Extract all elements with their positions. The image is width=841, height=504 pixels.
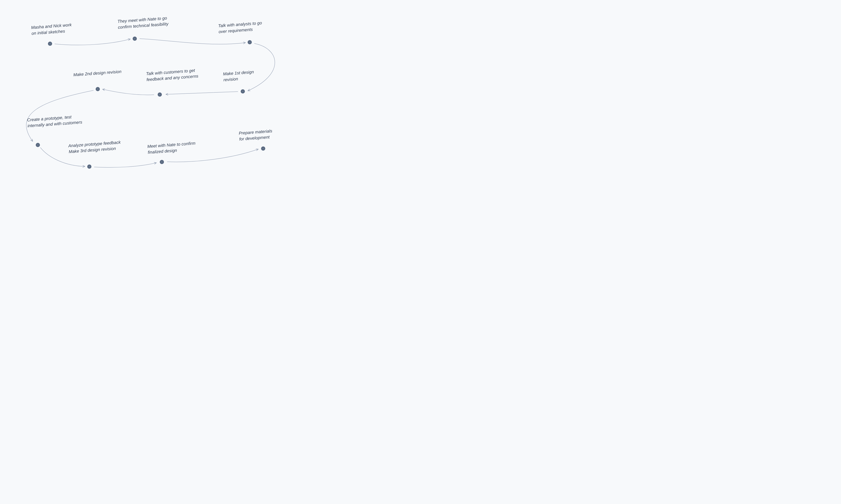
step-label-6: Make 2nd design revision: [73, 69, 122, 78]
step-node-5: [158, 92, 162, 97]
step-node-8: [87, 164, 91, 169]
step-node-9: [160, 160, 164, 164]
step-label-9: Meet with Nate to confirm finalized desi…: [147, 140, 196, 155]
step-node-2: [133, 37, 137, 41]
step-label-5: Talk with customers to get feedback and …: [146, 67, 198, 83]
step-node-3: [248, 40, 252, 44]
step-label-3: Talk with analysts to go over requiremen…: [218, 20, 263, 34]
step-node-6: [95, 87, 100, 91]
step-label-4: Make 1st design revision: [223, 69, 255, 83]
step-label-10: Prepare materials for development: [239, 128, 273, 142]
flow-diagram-canvas: Masha and Nick work on initial sketches …: [0, 0, 315, 189]
step-label-8: Analyze prototype feedback Make 3rd desi…: [68, 139, 121, 155]
step-label-1: Masha and Nick work on initial sketches: [31, 22, 72, 36]
step-node-7: [36, 143, 40, 147]
step-label-7: Create a prototype, test internally and …: [27, 113, 82, 129]
step-label-2: They meet with Nate to go confirm techni…: [117, 15, 169, 30]
step-node-4: [241, 89, 245, 93]
step-node-10: [261, 146, 265, 151]
step-node-1: [48, 41, 52, 46]
